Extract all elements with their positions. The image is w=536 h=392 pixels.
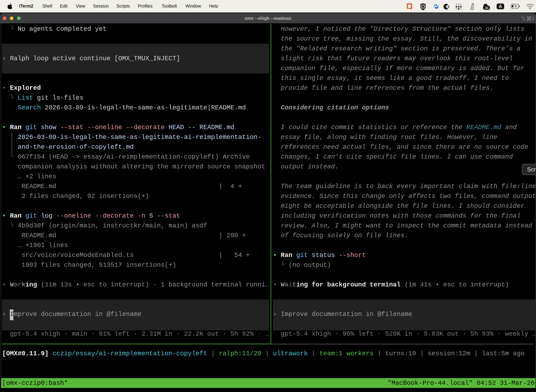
- svg-text:1: 1: [532, 16, 534, 21]
- svg-text:..61: ..61: [484, 6, 489, 9]
